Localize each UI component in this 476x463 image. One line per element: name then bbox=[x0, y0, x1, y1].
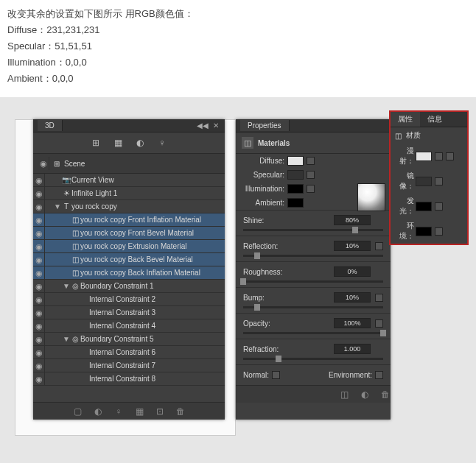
close-icon[interactable]: ✕ bbox=[211, 121, 220, 130]
tree-item[interactable]: ◉ ◫ you rock copy Back Inflation Materia… bbox=[33, 266, 225, 280]
tree-item[interactable]: ◉ ▼ ◎ Boundary Constraint 1 bbox=[33, 280, 225, 293]
eye-icon[interactable]: ◉ bbox=[33, 333, 45, 345]
eye-icon[interactable]: ◉ bbox=[38, 157, 49, 170]
inset-color-swatch[interactable] bbox=[416, 227, 432, 236]
eye-icon[interactable]: ◉ bbox=[33, 227, 45, 239]
inset-folder-icon[interactable] bbox=[435, 177, 443, 185]
material-icon[interactable]: ◐ bbox=[134, 137, 146, 149]
prop-sphere-icon[interactable]: ◐ bbox=[360, 389, 370, 400]
tree-item[interactable]: ◉ Internal Constraint 6 bbox=[33, 346, 225, 359]
eye-icon[interactable]: ◉ bbox=[33, 174, 45, 186]
tree-item[interactable]: ◉ ▼ ◎ Boundary Constraint 5 bbox=[33, 333, 225, 346]
light-add-icon[interactable]: ♀ bbox=[113, 406, 124, 417]
slider-value[interactable]: 10% bbox=[334, 241, 371, 251]
folder-icon[interactable] bbox=[307, 171, 315, 179]
color-swatch[interactable] bbox=[287, 184, 304, 194]
inset-folder-icon[interactable] bbox=[435, 152, 443, 160]
material-type-icon[interactable]: ◫ bbox=[242, 137, 253, 149]
eye-icon[interactable]: ◉ bbox=[33, 293, 45, 305]
inset-folder-icon[interactable] bbox=[435, 202, 443, 211]
folder-icon[interactable] bbox=[375, 294, 383, 302]
scene-tree[interactable]: ◉ 📷 Current View◉ ☀ Infinite Light 1◉ ▼ … bbox=[33, 174, 225, 402]
sphere-icon[interactable]: ◐ bbox=[93, 406, 103, 417]
render-icon[interactable]: ▦ bbox=[134, 406, 144, 417]
prop-trash-icon[interactable]: 🗑 bbox=[380, 389, 391, 400]
twisty-icon[interactable]: ▼ bbox=[54, 202, 61, 211]
color-swatch[interactable] bbox=[287, 156, 304, 166]
eye-icon[interactable]: ◉ bbox=[33, 359, 45, 372]
panel-prop-title[interactable]: Properties bbox=[240, 120, 290, 131]
inset-tab-info[interactable]: 信息 bbox=[420, 112, 449, 127]
slider-track[interactable] bbox=[243, 332, 383, 334]
tree-item[interactable]: ◉ Internal Constraint 8 bbox=[33, 372, 225, 386]
eye-icon[interactable]: ◉ bbox=[33, 240, 45, 252]
tree-item[interactable]: ◉ ◫ you rock copy Front Bevel Material bbox=[33, 227, 225, 240]
slider-thumb[interactable] bbox=[380, 330, 386, 336]
slider-thumb[interactable] bbox=[254, 252, 260, 259]
inset-extra-icon[interactable] bbox=[446, 152, 454, 160]
tree-item[interactable]: ◉ Internal Constraint 7 bbox=[33, 359, 225, 372]
slider-value[interactable]: 0% bbox=[334, 266, 371, 277]
prop-preset-icon[interactable]: ◫ bbox=[339, 389, 349, 400]
scene-row[interactable]: ◉ ⊞ Scene bbox=[33, 154, 225, 174]
slider-track[interactable] bbox=[243, 255, 383, 257]
tree-item[interactable]: ◉ ▼ T you rock copy bbox=[33, 200, 225, 213]
slider-track[interactable] bbox=[243, 229, 383, 231]
panel-3d-title[interactable]: 3D bbox=[38, 120, 63, 131]
eye-icon[interactable]: ◉ bbox=[33, 372, 45, 385]
eye-icon[interactable]: ◉ bbox=[33, 319, 45, 332]
material-preview-sphere[interactable] bbox=[357, 183, 385, 211]
folder-icon[interactable] bbox=[307, 157, 315, 165]
inset-color-swatch[interactable] bbox=[416, 177, 432, 186]
eye-icon[interactable]: ◉ bbox=[33, 253, 45, 266]
light-icon[interactable]: ♀ bbox=[156, 137, 168, 149]
inset-color-swatch[interactable] bbox=[416, 202, 432, 211]
eye-icon[interactable]: ◉ bbox=[33, 306, 45, 319]
slider-value[interactable]: 100% bbox=[334, 318, 371, 328]
eye-icon[interactable]: ◉ bbox=[33, 200, 45, 213]
slider-thumb[interactable] bbox=[276, 356, 281, 362]
env-folder-icon[interactable] bbox=[375, 371, 383, 379]
slider-value[interactable]: 80% bbox=[334, 215, 371, 225]
eye-icon[interactable]: ◉ bbox=[33, 346, 45, 358]
slider-track[interactable] bbox=[243, 306, 383, 308]
color-swatch[interactable] bbox=[287, 198, 304, 208]
trash-icon[interactable]: 🗑 bbox=[175, 406, 186, 417]
tree-item[interactable]: ◉ Internal Constraint 3 bbox=[33, 306, 225, 319]
slider-value[interactable]: 1.000 bbox=[334, 344, 371, 354]
settings-icon[interactable]: ⊡ bbox=[155, 406, 165, 417]
panel-3d-toolbar: ⊞ ▦ ◐ ♀ bbox=[33, 132, 225, 154]
folder-icon[interactable] bbox=[375, 319, 383, 328]
eye-icon[interactable]: ◉ bbox=[33, 266, 45, 279]
row-type-icon: ☀ bbox=[61, 189, 71, 197]
tree-item[interactable]: ◉ Internal Constraint 4 bbox=[33, 319, 225, 333]
tree-item[interactable]: ◉ ◫ you rock copy Front Inflation Materi… bbox=[33, 213, 225, 227]
inset-color-swatch[interactable] bbox=[416, 152, 432, 161]
tree-item[interactable]: ◉ ◫ you rock copy Extrusion Material bbox=[33, 240, 225, 253]
cube-icon[interactable]: ▢ bbox=[72, 406, 83, 417]
eye-icon[interactable]: ◉ bbox=[33, 187, 45, 199]
inset-tab-props[interactable]: 属性 bbox=[391, 112, 420, 127]
slider-thumb[interactable] bbox=[352, 227, 358, 233]
twisty-icon[interactable]: ▼ bbox=[63, 335, 70, 343]
twisty-icon[interactable]: ▼ bbox=[63, 282, 70, 290]
normal-folder-icon[interactable] bbox=[272, 371, 280, 379]
eye-icon[interactable]: ◉ bbox=[33, 213, 45, 226]
mesh-icon[interactable]: ▦ bbox=[112, 137, 124, 149]
color-swatch[interactable] bbox=[287, 170, 304, 180]
tree-item[interactable]: ◉ 📷 Current View bbox=[33, 174, 225, 187]
eye-icon[interactable]: ◉ bbox=[33, 280, 45, 292]
tree-item[interactable]: ◉ ◫ you rock copy Back Bevel Material bbox=[33, 253, 225, 266]
slider-track[interactable] bbox=[243, 280, 383, 283]
slider-value[interactable]: 10% bbox=[334, 292, 371, 303]
inset-folder-icon[interactable] bbox=[435, 227, 443, 236]
slider-track[interactable] bbox=[243, 358, 383, 360]
folder-icon[interactable] bbox=[307, 185, 315, 193]
slider-thumb[interactable] bbox=[240, 278, 246, 285]
tree-item[interactable]: ◉ ☀ Infinite Light 1 bbox=[33, 187, 225, 200]
filter-icon[interactable]: ⊞ bbox=[90, 137, 102, 149]
slider-thumb[interactable] bbox=[254, 304, 260, 311]
collapse-icon[interactable]: ◀◀ bbox=[198, 121, 207, 130]
folder-icon[interactable] bbox=[375, 242, 383, 250]
tree-item[interactable]: ◉ Internal Constraint 2 bbox=[33, 293, 225, 306]
